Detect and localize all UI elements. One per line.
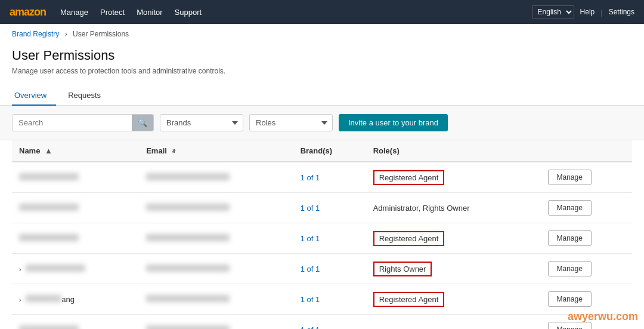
manage-button[interactable]: Manage bbox=[548, 230, 592, 246]
nav-divider: | bbox=[600, 8, 602, 17]
user-roles-cell: Administrator, Rights Owner bbox=[366, 193, 541, 223]
settings-link[interactable]: Settings bbox=[609, 8, 634, 16]
user-roles-cell: Registered Agent bbox=[366, 162, 541, 193]
toolbar: 🔍 Brands Roles Invite a user to your bra… bbox=[0, 106, 644, 140]
breadcrumb-current: User Permissions bbox=[73, 30, 129, 38]
user-name-cell bbox=[12, 315, 139, 330]
col-email: Email ⇵ bbox=[139, 140, 293, 162]
user-manage-cell: Manage bbox=[541, 223, 632, 254]
table-row: 1 of 1 Registered Agent Manage bbox=[12, 162, 632, 193]
blurred-email bbox=[146, 265, 230, 272]
blurred-name bbox=[26, 295, 61, 302]
page-header: User Permissions Manage user access to p… bbox=[0, 41, 644, 80]
breadcrumb-separator: › bbox=[65, 30, 67, 38]
col-name: Name ▲ bbox=[12, 140, 139, 162]
user-email-cell bbox=[139, 223, 293, 254]
expand-icon[interactable]: › bbox=[19, 296, 21, 303]
user-name-cell: › ang bbox=[12, 284, 139, 315]
breadcrumb-root[interactable]: Brand Registry bbox=[12, 30, 59, 38]
user-brands-cell: 1 of 1 bbox=[293, 162, 366, 193]
user-email-cell bbox=[139, 193, 293, 223]
user-name-cell bbox=[12, 162, 139, 193]
role-value: Rights Owner bbox=[373, 262, 432, 276]
tab-requests[interactable]: Requests bbox=[66, 86, 110, 106]
email-sort-icon[interactable]: ⇵ bbox=[172, 149, 176, 154]
user-manage-cell: Manage bbox=[541, 284, 632, 315]
table-row: › ang 1 of 1 Registered Agent Manage bbox=[12, 284, 632, 315]
language-dropdown[interactable]: English bbox=[532, 5, 574, 19]
manage-button[interactable]: Manage bbox=[548, 170, 592, 185]
page-title: User Permissions bbox=[12, 48, 632, 63]
nav-links: Manage Protect Monitor Support bbox=[60, 8, 532, 17]
table-container: Name ▲ Email ⇵ Brand(s) Role(s) bbox=[0, 140, 644, 329]
search-wrapper: 🔍 bbox=[12, 114, 154, 131]
brand-count: 1 of 1 bbox=[301, 204, 320, 213]
breadcrumb: Brand Registry › User Permissions bbox=[0, 24, 644, 41]
role-value: Registered Agent bbox=[373, 292, 445, 307]
user-manage-cell: Manage bbox=[541, 193, 632, 223]
user-roles-cell: Registered Agent bbox=[366, 284, 541, 315]
nav-support[interactable]: Support bbox=[175, 8, 202, 17]
name-suffix: ang bbox=[61, 295, 75, 304]
role-value: Registered Agent bbox=[373, 170, 445, 185]
blurred-email bbox=[146, 325, 230, 330]
user-brands-cell: 1 of 1 bbox=[293, 284, 366, 315]
role-value: Registered Agent bbox=[373, 231, 445, 246]
table-row: 1 of 1 Administrator, Rights Owner Manag… bbox=[12, 193, 632, 223]
blurred-name bbox=[19, 173, 79, 180]
brand-count: 1 of 1 bbox=[301, 295, 320, 304]
nav-protect[interactable]: Protect bbox=[100, 8, 125, 17]
tabs-container: Overview Requests bbox=[0, 86, 644, 106]
blurred-name bbox=[19, 204, 79, 211]
invite-user-button[interactable]: Invite a user to your brand bbox=[339, 114, 448, 131]
user-roles-cell: Rights Owner bbox=[366, 254, 541, 284]
user-name-cell bbox=[12, 193, 139, 223]
user-name-cell bbox=[12, 223, 139, 254]
brand-count: 1 of 1 bbox=[301, 325, 320, 330]
name-sort-icon[interactable]: ▲ bbox=[45, 146, 52, 155]
top-nav-right: English Help | Settings bbox=[532, 5, 634, 19]
search-input[interactable] bbox=[13, 115, 132, 131]
role-value: Administrator, Rights Owner bbox=[373, 204, 470, 213]
user-brands-cell: 1 of 1 bbox=[293, 223, 366, 254]
nav-manage[interactable]: Manage bbox=[60, 8, 88, 17]
user-email-cell bbox=[139, 284, 293, 315]
manage-button[interactable]: Manage bbox=[548, 322, 592, 329]
search-button[interactable]: 🔍 bbox=[132, 115, 153, 131]
language-selector[interactable]: English bbox=[532, 5, 574, 19]
nav-monitor[interactable]: Monitor bbox=[137, 8, 162, 17]
brand-count: 1 of 1 bbox=[301, 265, 320, 273]
table-row: 1 of 1 Manage bbox=[12, 315, 632, 330]
table-header-row: Name ▲ Email ⇵ Brand(s) Role(s) bbox=[12, 140, 632, 162]
col-brands: Brand(s) bbox=[293, 140, 366, 162]
table-row: 1 of 1 Registered Agent Manage bbox=[12, 223, 632, 254]
tab-overview[interactable]: Overview bbox=[12, 86, 56, 106]
brand-count: 1 of 1 bbox=[301, 173, 320, 182]
blurred-name bbox=[26, 265, 85, 272]
user-email-cell bbox=[139, 315, 293, 330]
brand-count: 1 of 1 bbox=[301, 234, 320, 243]
user-roles-cell bbox=[366, 315, 541, 330]
roles-filter[interactable]: Roles bbox=[249, 114, 333, 131]
user-name-cell: › bbox=[12, 254, 139, 284]
user-manage-cell: Manage bbox=[541, 254, 632, 284]
user-email-cell bbox=[139, 162, 293, 193]
user-roles-cell: Registered Agent bbox=[366, 223, 541, 254]
blurred-email bbox=[146, 234, 230, 241]
table-row: › 1 of 1 Rights Owner Manage bbox=[12, 254, 632, 284]
blurred-email bbox=[146, 295, 230, 302]
amazon-logo: amazon bbox=[10, 6, 46, 19]
user-manage-cell: Manage bbox=[541, 162, 632, 193]
user-email-cell bbox=[139, 254, 293, 284]
manage-button[interactable]: Manage bbox=[548, 291, 592, 307]
manage-button[interactable]: Manage bbox=[548, 261, 592, 276]
expand-icon[interactable]: › bbox=[19, 266, 21, 273]
users-table: Name ▲ Email ⇵ Brand(s) Role(s) bbox=[12, 140, 632, 329]
manage-button[interactable]: Manage bbox=[548, 200, 592, 216]
col-actions bbox=[541, 140, 632, 162]
help-link[interactable]: Help bbox=[580, 8, 595, 16]
top-navigation: amazon Manage Protect Monitor Support En… bbox=[0, 0, 644, 24]
brands-filter[interactable]: Brands bbox=[160, 114, 243, 131]
user-brands-cell: 1 of 1 bbox=[293, 254, 366, 284]
blurred-name bbox=[19, 234, 79, 241]
